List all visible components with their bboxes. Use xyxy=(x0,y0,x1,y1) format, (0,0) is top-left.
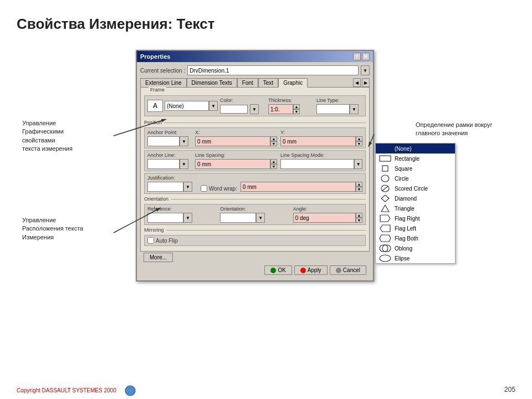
word-wrap-row: Word wrap: xyxy=(201,185,237,192)
justification-input[interactable] xyxy=(147,182,183,192)
line-spacing-spin-down[interactable]: ▼ xyxy=(270,164,277,169)
apply-icon xyxy=(300,268,306,273)
frame-dropdown-field: ▼ xyxy=(165,101,218,111)
tab-extension-line[interactable]: Extension Line xyxy=(140,78,187,87)
line-type-dropdown-btn[interactable]: ▼ xyxy=(350,104,359,114)
dropdown-item-scored-circle[interactable]: Scored Circle xyxy=(376,183,455,193)
current-selection-label: Current selection : xyxy=(140,68,185,74)
dropdown-item-oblong[interactable]: Oblong xyxy=(376,243,455,253)
y-spin-down[interactable]: ▼ xyxy=(356,141,362,146)
svg-marker-13 xyxy=(380,235,391,242)
cancel-button[interactable]: Cancel xyxy=(330,265,366,275)
angle-input[interactable] xyxy=(293,213,356,223)
svg-rect-15 xyxy=(380,245,391,252)
dropdown-item-ellipse[interactable]: Elipse xyxy=(376,253,455,263)
close-button[interactable]: ✕ xyxy=(362,53,370,60)
dropdown-item-flag-right[interactable]: Flag Right xyxy=(376,213,455,223)
dropdown-item-label: (None) xyxy=(395,146,412,152)
auto-flip-label: Auto Flip xyxy=(156,238,177,244)
frame-dropdown-popup: (None)RectangleSquareCircleScored Circle… xyxy=(375,143,456,264)
anchor-point-label: Anchor Point: xyxy=(147,130,192,135)
word-wrap-spin-up[interactable]: ▲ xyxy=(356,182,362,187)
anchor-line-input[interactable] xyxy=(147,159,180,169)
thickness-spin-up[interactable]: ▲ xyxy=(293,104,300,109)
dropdown-item-none[interactable]: (None) xyxy=(376,144,455,154)
line-spacing-spinners: ▲ ▼ xyxy=(270,159,277,169)
dropdown-item-label: Flag Right xyxy=(395,216,420,222)
orientation-dropdown-btn[interactable]: ▼ xyxy=(256,213,265,223)
line-spacing-mode-dropdown[interactable]: ▼ xyxy=(354,159,362,169)
current-selection-input[interactable] xyxy=(187,65,359,75)
anchor-point-panel: Anchor Point: ▼ X: ▲ xyxy=(144,127,366,149)
dropdown-item-triangle[interactable]: Triangle xyxy=(376,203,455,213)
x-spinners: ▲ ▼ xyxy=(270,136,277,146)
dropdown-item-flag-left[interactable]: Flag Left xyxy=(376,223,455,233)
shape-icon-flag-left xyxy=(379,224,391,232)
color-dropdown-btn[interactable]: ▼ xyxy=(250,104,259,114)
tab-font[interactable]: Font xyxy=(237,78,258,87)
color-swatch[interactable] xyxy=(220,105,248,114)
tab-scroll-right[interactable]: ▶ xyxy=(362,78,370,87)
current-selection-dropdown[interactable]: ▼ xyxy=(361,65,370,75)
word-wrap-field: Word wrap: xyxy=(201,185,237,192)
dropdown-item-label: Triangle xyxy=(395,206,415,212)
help-button[interactable]: ? xyxy=(353,53,361,60)
justification-row: Justification: ▼ Word wrap: xyxy=(147,175,362,192)
panel-content: Frame A ▼ xyxy=(140,87,370,252)
annotation-right-1: Определение рамки вокруг главного значен… xyxy=(416,121,515,138)
tab-dimension-texts[interactable]: Dimension Texts xyxy=(187,78,237,87)
orientation-panel: Reference: ▼ Orientation: ▼ xyxy=(144,204,366,225)
ok-button[interactable]: OK xyxy=(264,265,291,275)
x-input[interactable] xyxy=(195,136,270,146)
dropdown-item-label: Flag Both xyxy=(395,236,418,242)
anchor-line-input-row: ▼ xyxy=(147,159,192,169)
anchor-point-dropdown[interactable]: ▼ xyxy=(180,136,188,146)
tab-graphic[interactable]: Graphic xyxy=(278,78,308,88)
frame-dropdown-btn[interactable]: ▼ xyxy=(209,101,218,111)
copyright: Copyright DASSAULT SYSTEMES 2000 xyxy=(17,387,116,393)
angle-spin-down[interactable]: ▼ xyxy=(356,218,362,223)
more-button[interactable]: More... xyxy=(144,253,173,262)
dropdown-item-label: Elipse xyxy=(395,255,410,262)
word-wrap-spin-down[interactable]: ▼ xyxy=(356,187,362,192)
dropdown-item-circle[interactable]: Circle xyxy=(376,173,455,183)
reference-dropdown[interactable]: ▼ xyxy=(183,213,192,223)
dropdown-item-diamond[interactable]: Diamond xyxy=(376,193,455,203)
line-type-label: Line Type: xyxy=(316,98,362,103)
reference-input[interactable] xyxy=(147,213,183,223)
line-spacing-mode-row: ▼ xyxy=(280,159,362,169)
auto-flip-checkbox[interactable] xyxy=(147,237,154,244)
word-wrap-label: Word wrap: xyxy=(209,186,237,192)
dropdown-item-square[interactable]: Square xyxy=(376,163,455,173)
y-spin-up[interactable]: ▲ xyxy=(356,136,362,141)
line-spacing-mode-input[interactable] xyxy=(280,159,354,169)
anchor-line-dropdown[interactable]: ▼ xyxy=(180,159,188,169)
dropdown-item-label: Square xyxy=(395,166,412,172)
orientation-dropdown-input[interactable] xyxy=(220,213,256,223)
justification-dropdown[interactable]: ▼ xyxy=(183,182,192,192)
thickness-input[interactable] xyxy=(268,104,293,114)
frame-dropdown-input[interactable] xyxy=(165,101,209,111)
tab-scroll-left[interactable]: ◀ xyxy=(353,78,361,87)
anchor-point-input[interactable] xyxy=(147,136,180,146)
word-wrap-checkbox[interactable] xyxy=(201,185,207,192)
y-input[interactable] xyxy=(280,136,356,146)
line-spacing-spin-up[interactable]: ▲ xyxy=(270,159,277,164)
thickness-spin-down[interactable]: ▼ xyxy=(293,109,300,114)
x-spin-down[interactable]: ▼ xyxy=(270,141,277,146)
tab-text[interactable]: Text xyxy=(258,78,278,87)
x-spin-up[interactable]: ▲ xyxy=(270,136,277,141)
dialog-title: Properties xyxy=(140,53,170,60)
orientation-dropdown-field: Orientation: ▼ xyxy=(220,206,289,223)
dropdown-item-rect[interactable]: Rectangle xyxy=(376,154,455,163)
apply-button[interactable]: Apply xyxy=(294,265,328,275)
word-wrap-value-input[interactable] xyxy=(241,182,356,192)
orientation-dropdown-row: ▼ xyxy=(220,213,289,223)
dropdown-item-flag-both[interactable]: Flag Both xyxy=(376,233,455,243)
shape-icon-circle xyxy=(379,175,391,182)
line-spacing-input[interactable] xyxy=(195,159,270,169)
reference-label: Reference: xyxy=(147,206,217,212)
angle-spin-up[interactable]: ▲ xyxy=(356,213,362,218)
reference-input-row: ▼ xyxy=(147,213,217,223)
line-type-input[interactable] xyxy=(316,104,350,114)
